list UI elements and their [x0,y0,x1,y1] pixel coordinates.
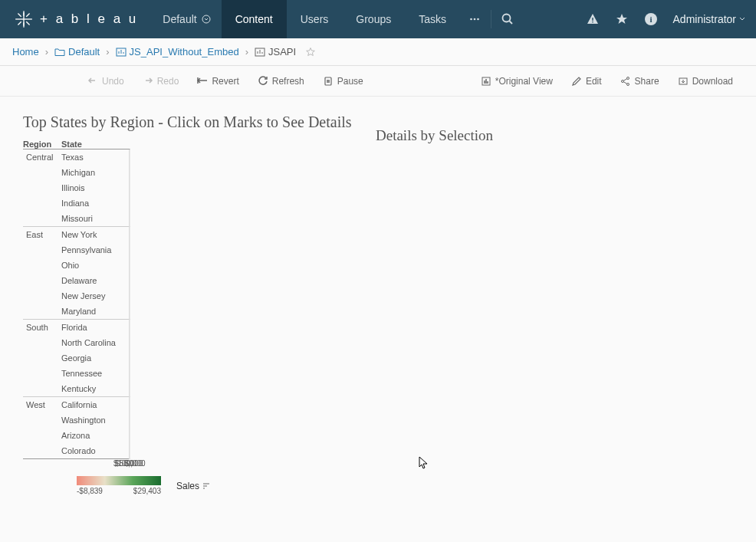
sort-icon[interactable] [202,482,210,490]
bar-cell [129,288,130,304]
search-icon[interactable] [501,12,514,26]
refresh-button[interactable]: Refresh [250,73,312,90]
share-button[interactable]: Share [613,73,667,90]
state-cell: Georgia [61,350,129,366]
alert-icon[interactable] [586,12,600,26]
nav-tabs: ContentUsersGroupsTasks [222,0,460,38]
download-button[interactable]: Download [670,73,741,90]
axis-tick: $100,000 [113,459,146,468]
svg-line-4 [18,21,21,25]
chart-legend: -$8,839 $29,403 Sales [23,476,353,495]
bar-cell [129,366,130,381]
tableau-logo-icon [14,9,34,29]
download-icon [678,76,689,87]
chart-row: EastNew York [23,227,130,243]
bar-cell [129,195,130,211]
favorites-icon[interactable] [615,12,629,26]
state-cell: Kentucky [61,381,129,397]
svg-point-8 [202,15,210,23]
bar-cell [129,180,130,195]
breadcrumb-item[interactable]: JS_API_Without_Embed [116,46,239,57]
share-icon [620,76,631,87]
svg-point-36 [626,83,629,85]
user-menu[interactable]: Administrator [673,13,745,25]
bar-cell [129,428,130,443]
region-cell: East [23,227,61,320]
axis-label: Sales [176,481,210,491]
nav-tab-groups[interactable]: Groups [342,0,405,38]
breadcrumb-item[interactable]: Default [54,46,100,57]
redo-button[interactable]: Redo [135,73,187,90]
breadcrumb-item[interactable]: Home [12,46,39,57]
state-cell: Colorado [61,443,129,459]
bar-cell [129,335,130,350]
original-view-button[interactable]: *Original View [473,73,560,90]
legend-max: $29,403 [133,487,161,495]
region-cell: West [23,397,61,459]
refresh-icon [258,76,268,87]
state-header: State [61,140,129,149]
chevron-down-icon [202,15,211,24]
svg-rect-15 [592,21,593,22]
state-cell: Missouri [61,211,129,227]
svg-point-34 [621,80,623,82]
help-icon[interactable]: i [644,12,658,26]
svg-line-2 [18,13,21,16]
state-cell: New York [61,227,129,243]
state-cell: Delaware [61,273,129,288]
workbook-icon [116,47,127,57]
breadcrumb: Home›Default›JS_API_Without_Embed›JSAPI [0,38,756,66]
nav-tab-tasks[interactable]: Tasks [405,0,460,38]
bar-cell [129,412,130,428]
chart-row: WestCalifornia [23,397,130,413]
svg-point-10 [474,18,476,21]
pause-button[interactable]: Pause [315,73,371,90]
view-icon [255,47,265,57]
svg-point-11 [477,18,479,21]
state-cell: Maryland [61,304,129,320]
redo-icon [143,76,153,87]
edit-button[interactable]: Edit [564,73,610,90]
bar-cell [129,273,130,288]
pencil-icon [571,76,582,87]
caret-down-icon [739,16,745,22]
revert-button[interactable]: Revert [189,73,246,90]
bar-cell [129,381,130,397]
more-icon[interactable] [468,12,482,26]
tableau-logo[interactable]: + a b l e a u [0,9,152,29]
nav-tab-content[interactable]: Content [222,0,287,38]
state-cell: Ohio [61,258,129,273]
state-cell: Texas [61,149,129,166]
nav-divider [491,10,491,28]
top-nav: + a b l e a u Default ContentUsersGroups… [0,0,756,38]
chart-pane: Top States by Region - Click on Marks to… [23,112,353,495]
bar-cell [129,304,130,320]
dashboard-content: Top States by Region - Click on Marks to… [0,97,756,511]
region-cell: Central [23,149,61,227]
bar-cell [129,242,130,258]
bar-cell [129,397,130,413]
legend-min: -$8,839 [77,487,103,495]
cursor-icon [419,456,429,470]
view-toolbar: Undo Redo Revert Refresh Pause *Original… [0,66,756,97]
bar-cell [129,258,130,273]
svg-point-35 [626,77,629,79]
site-selector[interactable]: Default [152,13,221,25]
state-cell: Washington [61,412,129,428]
state-cell: Illinois [61,180,129,195]
pause-icon [323,76,334,87]
x-axis-ticks: $0$50,000$100,000 [129,459,130,470]
nav-tab-users[interactable]: Users [287,0,343,38]
breadcrumb-separator: › [106,46,109,57]
undo-button[interactable]: Undo [80,73,132,90]
state-cell: Tennessee [61,366,129,381]
svg-point-9 [470,18,472,21]
svg-rect-14 [592,18,593,21]
view-icon [481,76,491,87]
folder-icon [54,47,65,57]
svg-line-3 [26,21,29,25]
breadcrumb-separator: › [245,46,248,57]
state-cell: Pennsylvania [61,242,129,258]
state-cell: California [61,397,129,413]
favorite-star-icon[interactable] [305,47,316,57]
